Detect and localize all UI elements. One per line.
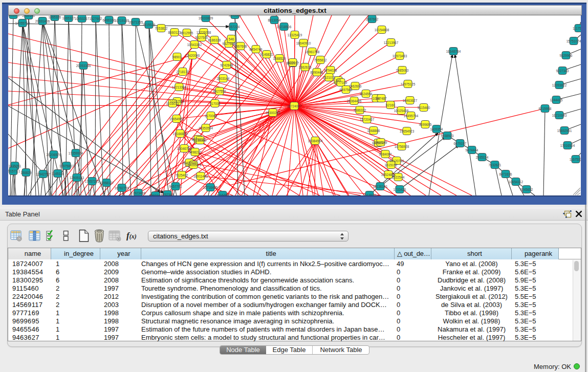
- svg-text:7386322: 7386322: [354, 108, 366, 112]
- svg-text:18640910: 18640910: [296, 41, 311, 45]
- svg-text:20206576: 20206576: [47, 153, 61, 157]
- svg-text:15720407: 15720407: [360, 118, 375, 121]
- svg-text:22420046: 22420046: [185, 54, 200, 57]
- svg-text:391571 1: 391571 1: [8, 169, 20, 173]
- svg-text:7955812: 7955812: [314, 58, 327, 62]
- svg-text:147487: 147487: [376, 97, 387, 100]
- svg-text:1135360: 1135360: [194, 139, 207, 142]
- svg-text:13226058: 13226058: [197, 31, 211, 34]
- svg-text:17359924: 17359924: [69, 151, 83, 155]
- svg-text:1409354: 1409354: [430, 127, 443, 131]
- svg-text:3624554: 3624554: [360, 92, 373, 96]
- svg-text:15751074: 15751074: [567, 39, 581, 43]
- svg-text:2867608: 2867608: [234, 45, 247, 48]
- svg-text:2069140: 2069140: [23, 15, 35, 17]
- svg-text:8427552: 8427552: [213, 90, 226, 93]
- svg-text:16033809: 16033809: [199, 16, 213, 20]
- svg-text:17957225: 17957225: [85, 180, 100, 183]
- svg-text:1016013: 1016013: [166, 102, 179, 105]
- svg-text:1603381: 1603381: [229, 15, 242, 17]
- svg-text:10958127: 10958127: [99, 181, 114, 185]
- svg-text:16210643: 16210643: [552, 114, 567, 117]
- svg-text:19166825: 19166825: [173, 132, 188, 136]
- svg-text:1117533: 1117533: [573, 27, 581, 30]
- svg-text:12213967: 12213967: [384, 41, 399, 45]
- svg-text:3716485: 3716485: [216, 193, 229, 196]
- svg-text:14055712: 14055712: [15, 21, 30, 25]
- svg-text:917006: 917006: [209, 102, 221, 105]
- svg-text:8990448: 8990448: [311, 71, 323, 74]
- svg-text:6479197: 6479197: [454, 142, 467, 145]
- svg-text:8813054: 8813054: [268, 18, 281, 22]
- svg-text:10719185: 10719185: [115, 19, 129, 23]
- svg-text:12923468: 12923468: [131, 191, 146, 195]
- svg-text:1292347: 1292347: [149, 194, 162, 196]
- svg-text:1615152: 1615152: [385, 163, 398, 167]
- svg-text:5938923: 5938923: [441, 134, 454, 138]
- svg-text:9498222: 9498222: [189, 150, 202, 154]
- svg-text:10756928: 10756928: [395, 145, 409, 148]
- svg-text:10025438: 10025438: [394, 109, 409, 113]
- svg-text:10973493: 10973493: [393, 54, 407, 58]
- svg-text:10046758: 10046758: [177, 147, 192, 150]
- svg-text:1405571: 1405571: [8, 15, 20, 17]
- svg-text:10653267: 10653267: [75, 17, 90, 20]
- svg-text:1640994 9: 1640994 9: [186, 163, 202, 167]
- svg-text:14495794: 14495794: [404, 114, 419, 118]
- svg-text:10654112: 10654112: [509, 180, 523, 184]
- svg-text:9146821: 9146821: [260, 53, 273, 56]
- svg-text:20053346: 20053346: [76, 64, 91, 68]
- svg-text:8912955: 8912955: [181, 31, 193, 35]
- svg-text:16648784: 16648784: [446, 50, 461, 53]
- svg-text:6794028: 6794028: [324, 69, 337, 72]
- svg-text:1068866: 1068866: [367, 129, 380, 133]
- svg-text:12905113: 12905113: [70, 176, 84, 180]
- svg-text:8454749: 8454749: [250, 48, 263, 51]
- svg-text:62160: 62160: [386, 103, 395, 107]
- svg-text:12093822: 12093822: [552, 83, 567, 87]
- svg-text:16671355: 16671355: [128, 20, 143, 24]
- svg-text:2935114: 2935114: [476, 156, 489, 159]
- svg-text:9242848: 9242848: [221, 63, 233, 67]
- svg-text:1733426: 1733426: [394, 188, 406, 191]
- svg-text:16782759: 16782759: [115, 186, 129, 190]
- svg-text:1621072: 1621072: [323, 76, 336, 79]
- svg-text:12942757: 12942757: [36, 172, 51, 176]
- svg-text:9329966: 9329966: [560, 54, 573, 57]
- svg-text:19654923: 19654923: [400, 129, 415, 133]
- svg-text:15136141: 15136141: [373, 185, 388, 188]
- svg-text:1292348: 1292348: [161, 193, 174, 196]
- svg-text:12213369: 12213369: [172, 85, 187, 89]
- svg-text:9457791: 9457791: [169, 185, 182, 188]
- svg-text:17016504: 17016504: [560, 144, 575, 147]
- svg-text:10543382: 10543382: [187, 43, 202, 47]
- svg-text:1145114: 1145114: [52, 172, 64, 176]
- svg-text:1588520: 1588520: [273, 57, 286, 60]
- svg-text:9327500: 9327500: [195, 36, 208, 39]
- svg-text:7462606: 7462606: [349, 84, 362, 88]
- svg-text:9084067: 9084067: [379, 152, 392, 156]
- svg-text:13716485: 13716485: [203, 186, 218, 189]
- svg-text:18300295: 18300295: [266, 111, 280, 115]
- svg-text:9327508: 9327508: [223, 42, 235, 46]
- svg-text:9245652: 9245652: [520, 188, 533, 191]
- svg-text:546: 546: [229, 37, 234, 41]
- svg-text:1407249: 1407249: [375, 141, 387, 144]
- svg-text:7485063: 7485063: [396, 69, 409, 72]
- svg-text:9699695: 9699695: [419, 123, 432, 126]
- svg-text:7515526: 7515526: [143, 23, 156, 27]
- svg-text:10975867: 10975867: [59, 164, 74, 168]
- svg-text:2718170: 2718170: [177, 70, 189, 74]
- svg-text:8215958: 8215958: [539, 107, 552, 111]
- svg-text:10154808: 10154808: [375, 28, 389, 32]
- svg-text:19654903: 19654903: [169, 117, 184, 121]
- svg-text:2687682: 2687682: [366, 17, 379, 21]
- svg-text:1065327: 1065327: [62, 16, 75, 20]
- svg-text:15692951: 15692951: [557, 129, 572, 133]
- svg-text:18724007: 18724007: [287, 104, 302, 108]
- svg-text:1167533: 1167533: [570, 158, 581, 161]
- svg-text:13325419: 13325419: [288, 33, 302, 37]
- svg-text:9227343: 9227343: [556, 69, 569, 73]
- svg-text:12975125: 12975125: [401, 82, 416, 86]
- svg-text:20364436: 20364436: [347, 99, 362, 103]
